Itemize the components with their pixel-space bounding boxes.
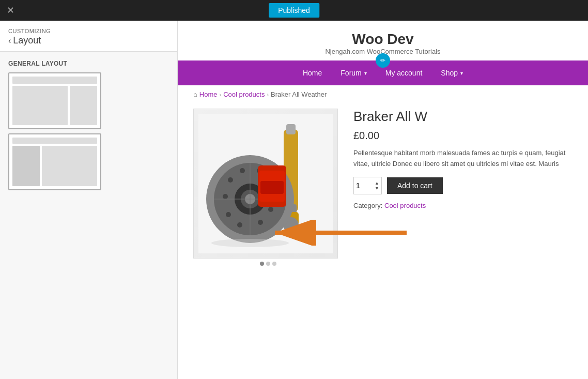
svg-point-19 xyxy=(223,194,228,199)
product-image-dots xyxy=(193,262,343,266)
sidebar-content: General Layout xyxy=(0,52,177,379)
layout-title: Layout xyxy=(13,35,41,46)
nav-home-label: Home xyxy=(303,69,322,77)
layout-columns xyxy=(12,86,97,125)
dot-3[interactable] xyxy=(272,262,276,266)
nav-bar: ✏ Home Forum ▾ My account Shop ▾ xyxy=(178,60,588,85)
svg-point-15 xyxy=(268,207,273,212)
nav-myaccount-label: My account xyxy=(385,69,423,77)
layout-option-two-column-left[interactable] xyxy=(8,133,101,190)
main-layout: Customizing ‹ Layout General Layout xyxy=(0,21,588,379)
product-area: Braker All W £0.00 Pellentesque habitant… xyxy=(178,103,588,271)
category-link[interactable]: Cool products xyxy=(384,202,426,209)
product-image xyxy=(193,109,338,259)
quantity-value: 1 xyxy=(356,181,360,190)
category-label: Category: xyxy=(353,202,382,209)
layout-side-col xyxy=(70,86,97,125)
preview-area: Woo Dev Njengah.com WooCommerce Tutorial… xyxy=(178,21,588,379)
chevron-down-icon: ▾ xyxy=(364,70,367,76)
add-to-cart-button[interactable]: Add to cart xyxy=(387,177,443,194)
layout-top-bar xyxy=(12,77,97,84)
product-image-svg xyxy=(198,114,333,253)
breadcrumb-category-link[interactable]: Cool products xyxy=(223,90,265,98)
product-description: Pellentesque habitant morb malesuada fam… xyxy=(353,148,572,170)
product-info: Braker All W £0.00 Pellentesque habitant… xyxy=(353,109,572,266)
layout-options xyxy=(8,72,169,190)
breadcrumb-current: Braker All Weather xyxy=(271,90,327,98)
close-button[interactable]: ✕ xyxy=(0,0,21,21)
top-bar: ✕ Published xyxy=(0,0,588,21)
product-category: Category: Cool products xyxy=(353,202,572,209)
layout2-side-col xyxy=(12,146,40,186)
edit-pencil-button[interactable]: ✏ xyxy=(376,53,390,68)
published-button[interactable]: Published xyxy=(269,3,319,18)
home-icon: ⌂ xyxy=(193,90,197,98)
svg-point-20 xyxy=(228,177,233,183)
nav-forum-label: Forum xyxy=(341,69,361,77)
quantity-input[interactable]: 1 ▲ ▼ xyxy=(353,177,382,194)
layout2-columns xyxy=(12,146,97,186)
layout-main-col xyxy=(12,86,68,125)
back-arrow-icon[interactable]: ‹ xyxy=(8,36,11,46)
layout2-main-col xyxy=(42,146,97,186)
product-title: Braker All W xyxy=(353,109,572,125)
back-link[interactable]: ‹ Layout xyxy=(8,35,169,46)
nav-shop-label: Shop xyxy=(441,69,458,77)
nav-item-shop[interactable]: Shop ▾ xyxy=(431,60,472,85)
breadcrumb-sep-2: › xyxy=(267,92,269,98)
nav-item-forum[interactable]: Forum ▾ xyxy=(331,60,376,85)
quantity-arrows[interactable]: ▲ ▼ xyxy=(375,180,379,191)
svg-rect-27 xyxy=(260,181,284,194)
add-to-cart-row: 1 ▲ ▼ Add to cart xyxy=(353,177,572,194)
breadcrumb: ⌂ Home › Cool products › Braker All Weat… xyxy=(178,85,588,103)
breadcrumb-home-link[interactable]: Home xyxy=(199,90,218,98)
site-title: Woo Dev xyxy=(178,31,588,48)
product-price: £0.00 xyxy=(353,130,572,142)
nav-item-home[interactable]: Home xyxy=(293,60,331,85)
layout2-top-bar xyxy=(12,138,97,144)
breadcrumb-sep-1: › xyxy=(220,92,222,98)
dot-2[interactable] xyxy=(266,262,270,266)
chevron-down-shop-icon: ▾ xyxy=(460,70,463,76)
dot-1[interactable] xyxy=(260,262,264,266)
quantity-up-arrow[interactable]: ▲ xyxy=(375,180,379,186)
svg-rect-4 xyxy=(286,124,296,134)
product-image-area xyxy=(193,109,343,266)
sidebar-header: Customizing ‹ Layout xyxy=(0,21,177,52)
sidebar: Customizing ‹ Layout General Layout xyxy=(0,21,178,379)
quantity-down-arrow[interactable]: ▼ xyxy=(375,186,379,191)
general-layout-label: General Layout xyxy=(8,60,169,67)
svg-point-17 xyxy=(237,222,242,228)
product-desc-text: Pellentesque habitant morb malesuada fam… xyxy=(353,149,565,168)
svg-point-21 xyxy=(240,168,245,173)
svg-point-16 xyxy=(258,220,263,225)
svg-point-28 xyxy=(211,239,289,247)
svg-point-18 xyxy=(226,212,231,217)
customizing-label: Customizing xyxy=(8,28,169,34)
layout-option-two-column-right[interactable] xyxy=(8,72,101,129)
close-icon: ✕ xyxy=(7,5,14,16)
